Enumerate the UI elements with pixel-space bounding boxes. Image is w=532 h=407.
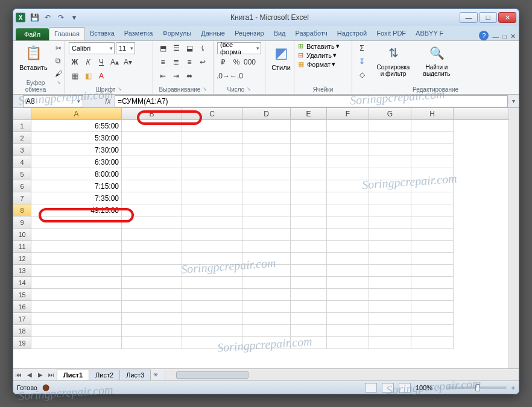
cell[interactable] [411, 132, 454, 144]
cell[interactable] [291, 192, 327, 204]
ribbon-tab-главная[interactable]: Главная [49, 27, 85, 40]
ribbon-tab-рецензир[interactable]: Рецензир [230, 27, 269, 40]
cell[interactable] [242, 229, 291, 241]
save-button[interactable]: 💾 [29, 12, 40, 23]
ribbon-tab-формулы[interactable]: Формулы [157, 27, 196, 40]
maximize-button[interactable]: □ [479, 12, 497, 23]
clear-button[interactable]: ◇ [356, 69, 368, 81]
cell[interactable] [291, 289, 327, 301]
ribbon-tab-разметка[interactable]: Разметка [119, 27, 158, 40]
cell[interactable] [31, 265, 122, 277]
cell[interactable] [291, 204, 327, 216]
cell[interactable] [182, 192, 242, 204]
cell[interactable] [327, 120, 369, 132]
ribbon-tab-вид[interactable]: Вид [269, 27, 291, 40]
vertical-scrollbar[interactable] [508, 108, 519, 368]
cell[interactable] [327, 277, 369, 289]
dialog-launcher-icon[interactable]: ↘ [247, 86, 251, 93]
formula-bar[interactable]: =СУММ(A1:A7) [115, 95, 508, 107]
undo-button[interactable]: ↶ [42, 12, 53, 23]
increase-indent-button[interactable]: ⇥ [170, 70, 182, 82]
cell[interactable] [122, 301, 182, 313]
cell[interactable] [31, 216, 122, 229]
column-header[interactable]: A [31, 108, 122, 119]
sheet-nav-next-icon[interactable]: ▶ [35, 370, 46, 380]
cell[interactable] [182, 325, 242, 337]
cell[interactable] [411, 180, 454, 192]
cell[interactable]: 49:15:00 [31, 204, 122, 216]
column-header[interactable]: B [122, 108, 182, 119]
cell[interactable] [411, 168, 454, 180]
cell[interactable] [369, 289, 411, 301]
cell[interactable] [411, 277, 454, 289]
cell[interactable] [327, 289, 369, 301]
cell[interactable] [122, 156, 182, 168]
help-icon[interactable]: ? [479, 31, 489, 40]
orientation-button[interactable]: ⤹ [197, 42, 209, 54]
cell[interactable] [242, 192, 291, 204]
cell[interactable] [369, 192, 411, 204]
cell[interactable] [291, 180, 327, 192]
cell[interactable] [411, 337, 454, 349]
cell[interactable] [291, 301, 327, 313]
cell[interactable] [411, 253, 454, 265]
cell[interactable]: 6:55:00 [31, 120, 122, 132]
cell[interactable] [369, 204, 411, 216]
decrease-indent-button[interactable]: ⇤ [157, 70, 169, 82]
cell[interactable] [411, 156, 454, 168]
row-header[interactable]: 2 [13, 132, 31, 144]
cell[interactable] [242, 289, 291, 301]
cell[interactable] [327, 180, 369, 192]
cell[interactable] [122, 168, 182, 180]
cell[interactable] [369, 168, 411, 180]
cell[interactable] [369, 253, 411, 265]
row-header[interactable]: 10 [13, 229, 31, 241]
align-center-button[interactable]: ≣ [170, 56, 182, 68]
zoom-slider-thumb[interactable] [475, 384, 480, 391]
horizontal-scrollbar[interactable] [165, 370, 519, 380]
cell[interactable] [291, 253, 327, 265]
file-tab[interactable]: Файл [16, 28, 49, 40]
cell[interactable] [182, 204, 242, 216]
cell[interactable] [291, 120, 327, 132]
cell[interactable] [182, 277, 242, 289]
italic-button[interactable]: К [82, 56, 94, 68]
cell[interactable] [182, 216, 242, 229]
ribbon-tab-вставка[interactable]: Вставка [85, 27, 119, 40]
cell[interactable] [242, 180, 291, 192]
sort-filter-button[interactable]: ⇅ Сортировка и фильтр [373, 42, 414, 78]
cell[interactable] [369, 301, 411, 313]
new-sheet-icon[interactable]: ✳ [150, 370, 161, 380]
cell[interactable] [411, 192, 454, 204]
cell[interactable] [291, 313, 327, 325]
paste-button[interactable]: 📋 Вставить [17, 42, 50, 72]
cell[interactable] [122, 132, 182, 144]
cell[interactable] [31, 301, 122, 313]
cell[interactable] [182, 229, 242, 241]
cell[interactable] [411, 241, 454, 253]
grow-font-button[interactable]: A▴ [109, 56, 121, 68]
cell[interactable] [327, 337, 369, 349]
cell[interactable] [122, 253, 182, 265]
cell[interactable] [369, 241, 411, 253]
cell[interactable] [291, 144, 327, 156]
decrease-decimal-button[interactable]: ←.0 [230, 70, 242, 82]
workbook-minimize-icon[interactable]: — [492, 33, 499, 40]
row-header[interactable]: 13 [13, 265, 31, 277]
cell[interactable]: 7:30:00 [31, 144, 122, 156]
merge-button[interactable]: ⬌ [183, 70, 195, 82]
workbook-restore-icon[interactable]: □ [502, 33, 507, 40]
number-format-combo[interactable]: (все форма [217, 42, 261, 54]
macro-record-icon[interactable]: ⬤ [42, 383, 49, 391]
row-header[interactable]: 1 [13, 120, 31, 132]
cell[interactable]: 7:35:00 [31, 192, 122, 204]
cell[interactable] [411, 325, 454, 337]
ribbon-tab-foxit pdf[interactable]: Foxit PDF [372, 27, 411, 40]
cell[interactable] [327, 132, 369, 144]
row-header[interactable]: 8 [13, 204, 31, 216]
cell[interactable] [369, 120, 411, 132]
sheet-tab[interactable]: Лист2 [89, 370, 120, 380]
align-left-button[interactable]: ≡ [157, 56, 169, 68]
cell[interactable] [242, 277, 291, 289]
cell[interactable] [242, 120, 291, 132]
